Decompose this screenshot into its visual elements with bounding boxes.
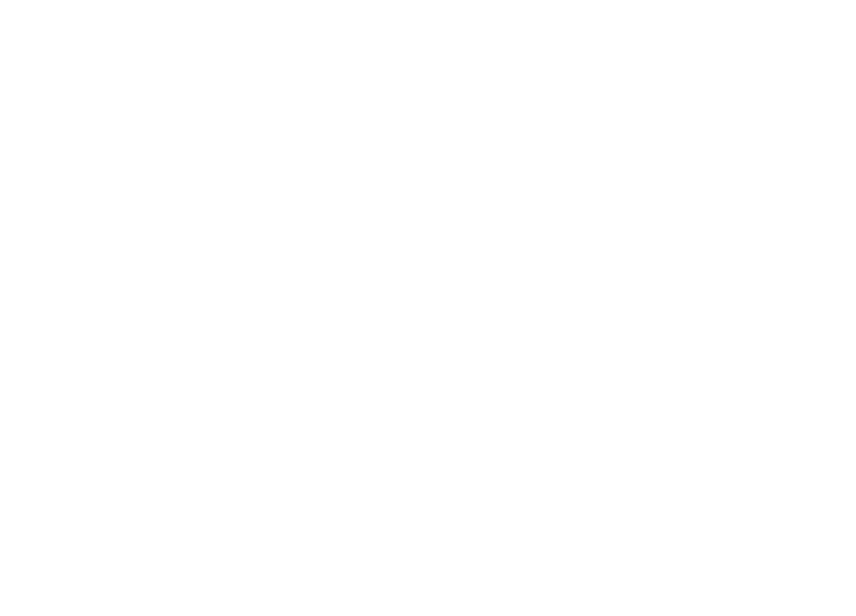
figure-canvas bbox=[0, 0, 856, 616]
chart-figure-svg bbox=[0, 0, 856, 616]
